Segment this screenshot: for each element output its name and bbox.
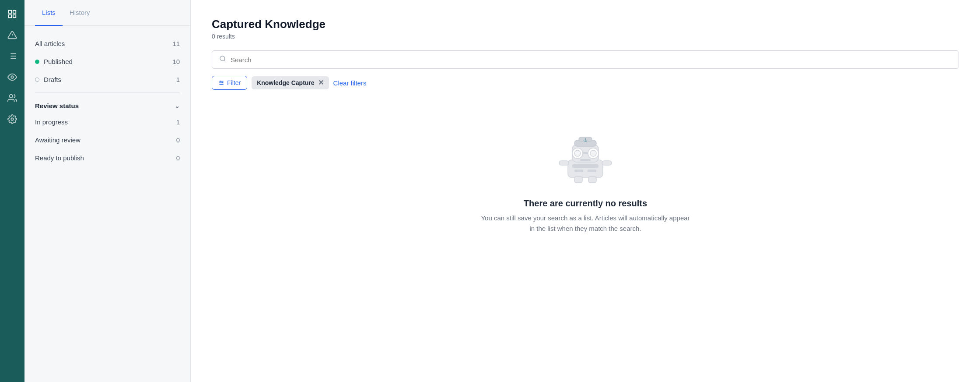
alerts-icon[interactable] [4, 26, 21, 44]
filter-ready-to-publish[interactable]: Ready to publish 0 [35, 149, 180, 167]
review-status-header[interactable]: Review status ⌄ [35, 96, 180, 113]
svg-rect-2 [9, 15, 11, 18]
settings-icon[interactable] [4, 110, 21, 128]
all-articles-label: All articles [35, 40, 65, 47]
empty-state: ⚓ T [212, 107, 959, 251]
drafts-count: 1 [176, 76, 180, 83]
svg-rect-40 [588, 177, 596, 183]
awaiting-review-label: Awaiting review [35, 136, 80, 144]
results-count: 0 results [212, 33, 959, 40]
lists-icon[interactable] [4, 47, 21, 65]
svg-rect-3 [13, 15, 16, 18]
svg-rect-39 [574, 177, 582, 183]
svg-point-15 [220, 56, 225, 61]
svg-rect-32 [583, 152, 588, 154]
review-status-label: Review status [35, 102, 79, 110]
drafts-label: Drafts [44, 76, 61, 83]
drafts-dot-icon [35, 78, 39, 82]
sidebar-nav [0, 0, 24, 382]
svg-rect-38 [602, 161, 612, 165]
filter-list: All articles 11 Published 10 Drafts 1 Re… [24, 26, 190, 382]
search-input[interactable] [231, 56, 952, 64]
svg-point-22 [220, 84, 221, 85]
filter-awaiting-review[interactable]: Awaiting review 0 [35, 131, 180, 149]
published-count: 10 [172, 58, 180, 65]
published-label: Published [44, 58, 73, 65]
search-bar [212, 50, 959, 69]
preview-icon[interactable] [4, 68, 21, 86]
chevron-up-icon: ⌄ [175, 103, 180, 110]
svg-point-14 [11, 118, 14, 120]
filter-button-label: Filter [227, 79, 241, 86]
users-icon[interactable] [4, 89, 21, 107]
filter-tag-label: Knowledge Capture [257, 79, 314, 86]
active-filter-tag: Knowledge Capture ✕ [252, 76, 329, 89]
awaiting-review-count: 0 [176, 136, 180, 144]
filter-published[interactable]: Published 10 [35, 53, 180, 71]
filter-button[interactable]: Filter [212, 76, 247, 90]
filter-all-articles[interactable]: All articles 11 [35, 35, 180, 53]
svg-rect-0 [9, 11, 11, 13]
in-progress-count: 1 [176, 118, 180, 126]
tabs-bar: Lists History [24, 0, 190, 26]
empty-state-title: There are currently no results [524, 198, 647, 209]
clear-filters-button[interactable]: Clear filters [333, 79, 367, 87]
all-articles-count: 11 [172, 40, 180, 47]
filter-in-progress[interactable]: In progress 1 [35, 113, 180, 131]
svg-point-31 [590, 150, 596, 156]
empty-illustration: ⚓ [542, 125, 629, 188]
svg-rect-37 [559, 161, 569, 165]
svg-rect-34 [572, 164, 598, 168]
svg-rect-33 [580, 159, 591, 161]
svg-point-12 [11, 76, 14, 78]
svg-point-20 [222, 82, 223, 83]
tab-history[interactable]: History [63, 0, 97, 26]
svg-rect-36 [588, 170, 596, 172]
books-icon[interactable] [4, 5, 21, 23]
main-content: Captured Knowledge 0 results Filter Know… [191, 0, 980, 382]
svg-rect-1 [13, 11, 16, 13]
divider [35, 92, 180, 92]
filter-row: Filter Knowledge Capture ✕ Clear filters [212, 76, 959, 90]
published-dot-icon [35, 60, 39, 64]
page-title: Captured Knowledge [212, 18, 959, 31]
svg-rect-23 [568, 160, 603, 177]
ready-to-publish-label: Ready to publish [35, 154, 84, 162]
tab-lists[interactable]: Lists [35, 0, 63, 26]
svg-line-16 [224, 60, 225, 61]
filter-drafts[interactable]: Drafts 1 [35, 71, 180, 88]
search-icon [219, 55, 226, 64]
svg-text:⚓: ⚓ [583, 138, 588, 142]
svg-point-13 [10, 95, 13, 98]
ready-to-publish-count: 0 [176, 154, 180, 162]
svg-point-18 [220, 81, 221, 81]
empty-state-description: You can still save your search as a list… [480, 213, 690, 234]
in-progress-label: In progress [35, 118, 68, 126]
svg-point-29 [574, 150, 581, 156]
svg-rect-35 [574, 170, 583, 172]
filter-tag-close-icon[interactable]: ✕ [318, 79, 324, 86]
left-panel: Lists History All articles 11 Published … [24, 0, 191, 382]
